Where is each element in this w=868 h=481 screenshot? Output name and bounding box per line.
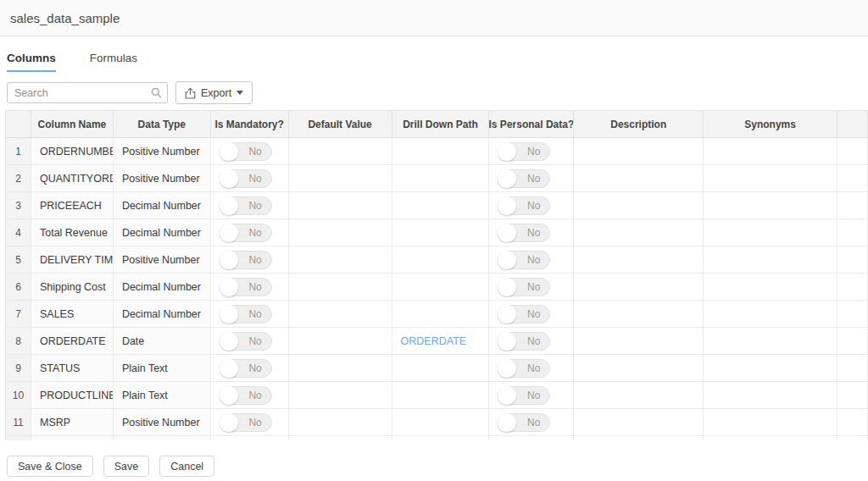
search-input[interactable] (14, 87, 151, 99)
mandatory-toggle[interactable]: No (220, 224, 272, 242)
mandatory-toggle[interactable]: No (220, 278, 272, 296)
drill-down-cell[interactable] (392, 301, 490, 328)
default-value-cell[interactable] (289, 219, 392, 246)
drill-down-link[interactable]: ORDERDATE (392, 335, 467, 347)
column-name-cell[interactable]: PRODUCTLINE (31, 382, 114, 409)
mandatory-toggle[interactable] (220, 440, 272, 441)
synonyms-cell[interactable] (704, 382, 837, 409)
search-box[interactable] (7, 82, 168, 103)
mandatory-toggle[interactable]: No (220, 196, 272, 215)
synonyms-cell[interactable] (704, 246, 837, 274)
synonyms-cell[interactable] (704, 436, 837, 440)
personal-toggle[interactable]: No (498, 305, 550, 323)
personal-toggle[interactable]: No (498, 332, 550, 351)
synonyms-cell[interactable] (704, 301, 837, 328)
save-and-close-button[interactable]: Save & Close (7, 456, 93, 477)
synonyms-cell[interactable] (704, 192, 837, 219)
data-type-cell[interactable]: Decimal Number (114, 274, 211, 301)
default-value-cell[interactable] (289, 328, 392, 355)
data-type-cell[interactable]: Date (114, 328, 211, 355)
column-name-cell[interactable] (31, 436, 114, 440)
default-value-cell[interactable] (289, 192, 392, 219)
column-name-cell[interactable]: ORDERNUMBER (31, 138, 114, 165)
description-cell[interactable] (574, 382, 704, 409)
personal-toggle[interactable]: No (498, 251, 550, 269)
synonyms-cell[interactable] (704, 274, 837, 301)
description-cell[interactable] (574, 246, 704, 274)
description-cell[interactable] (574, 301, 704, 328)
description-cell[interactable] (574, 219, 704, 246)
default-value-cell[interactable] (289, 301, 392, 328)
drill-down-cell[interactable] (392, 246, 490, 274)
mandatory-toggle[interactable]: No (220, 251, 272, 269)
drill-down-cell[interactable] (392, 436, 490, 440)
description-cell[interactable] (574, 165, 704, 192)
mandatory-toggle[interactable]: No (220, 142, 272, 161)
description-cell[interactable] (574, 138, 704, 165)
default-value-cell[interactable] (289, 355, 392, 382)
synonyms-cell[interactable] (704, 165, 837, 192)
mandatory-toggle[interactable]: No (220, 386, 272, 405)
synonyms-cell[interactable] (704, 328, 837, 355)
column-name-cell[interactable]: QUANTITYORDERED (31, 165, 114, 192)
mandatory-toggle[interactable]: No (220, 169, 272, 188)
column-name-cell[interactable]: Total Revenue (31, 219, 114, 246)
synonyms-cell[interactable] (704, 138, 837, 165)
column-name-cell[interactable]: DELIVERY TIME (31, 246, 114, 274)
description-cell[interactable] (574, 355, 704, 382)
tab-columns[interactable]: Columns (7, 52, 56, 72)
drill-down-cell[interactable] (392, 409, 490, 436)
column-name-cell[interactable]: SALES (31, 301, 114, 328)
personal-toggle[interactable]: No (498, 278, 550, 296)
data-type-cell[interactable]: Decimal Number (114, 219, 211, 246)
mandatory-toggle[interactable]: No (220, 332, 272, 351)
data-type-cell[interactable]: Positive Number (114, 409, 211, 436)
data-type-cell[interactable]: Decimal Number (114, 301, 211, 328)
personal-toggle[interactable]: No (498, 359, 550, 378)
default-value-cell[interactable] (289, 274, 392, 301)
save-button[interactable]: Save (103, 456, 150, 477)
default-value-cell[interactable] (289, 409, 392, 436)
default-value-cell[interactable] (289, 246, 392, 274)
description-cell[interactable] (574, 274, 704, 301)
personal-toggle[interactable]: No (498, 169, 550, 188)
default-value-cell[interactable] (289, 382, 392, 409)
column-name-cell[interactable]: MSRP (31, 409, 114, 436)
drill-down-cell[interactable] (392, 382, 490, 409)
description-cell[interactable] (574, 192, 704, 219)
mandatory-toggle[interactable]: No (220, 359, 272, 378)
drill-down-cell[interactable] (392, 355, 490, 382)
default-value-cell[interactable] (289, 165, 392, 192)
personal-toggle[interactable]: No (498, 196, 550, 215)
data-type-cell[interactable]: Plain Text (114, 382, 211, 409)
drill-down-cell[interactable] (392, 138, 490, 165)
drill-down-cell[interactable] (392, 219, 490, 246)
description-cell[interactable] (574, 328, 704, 355)
description-cell[interactable] (574, 409, 704, 436)
data-type-cell[interactable]: Decimal Number (114, 192, 211, 219)
data-type-cell[interactable] (114, 436, 211, 440)
mandatory-toggle[interactable]: No (220, 305, 272, 323)
default-value-cell[interactable] (289, 138, 392, 165)
drill-down-cell[interactable] (392, 165, 490, 192)
synonyms-cell[interactable] (704, 219, 837, 246)
data-type-cell[interactable]: Positive Number (114, 246, 211, 274)
data-type-cell[interactable]: Positive Number (114, 138, 211, 165)
tab-formulas[interactable]: Formulas (90, 52, 137, 72)
personal-toggle[interactable]: No (498, 413, 550, 432)
cancel-button[interactable]: Cancel (159, 456, 214, 477)
export-button[interactable]: Export (175, 81, 253, 104)
column-name-cell[interactable]: STATUS (31, 355, 114, 382)
personal-toggle[interactable]: No (498, 142, 550, 161)
drill-down-cell[interactable]: ORDERDATE (392, 328, 490, 355)
synonyms-cell[interactable] (704, 409, 837, 436)
data-type-cell[interactable]: Plain Text (114, 355, 211, 382)
drill-down-cell[interactable] (392, 274, 490, 301)
column-name-cell[interactable]: PRICEEACH (31, 192, 114, 219)
mandatory-toggle[interactable]: No (220, 413, 272, 432)
column-name-cell[interactable]: Shipping Cost (31, 274, 114, 301)
drill-down-cell[interactable] (392, 192, 490, 219)
personal-toggle[interactable]: No (498, 386, 550, 405)
personal-toggle[interactable] (498, 440, 550, 441)
column-name-cell[interactable]: ORDERDATE (31, 328, 114, 355)
